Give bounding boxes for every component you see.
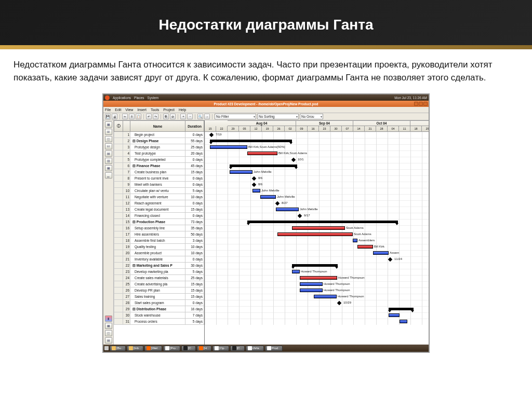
gantt-bar[interactable]: John Melville bbox=[260, 195, 276, 199]
table-row[interactable]: 31Process orders5 days bbox=[114, 319, 204, 325]
gantt-bar[interactable] bbox=[247, 221, 398, 223]
name-column[interactable]: Name bbox=[130, 120, 185, 132]
table-row[interactable]: 4Test prototype20 days bbox=[114, 150, 204, 157]
cut-icon[interactable]: ✂ bbox=[122, 114, 128, 119]
table-row[interactable]: 29⊟ Distribution Phase16 days bbox=[114, 306, 204, 312]
table-row[interactable]: 13Create legal document15 days bbox=[114, 207, 204, 213]
table-row[interactable]: 1Begin project0 days bbox=[114, 132, 204, 138]
taskbar-button[interactable]: [Wel... bbox=[144, 346, 162, 351]
bottom-view-icon[interactable]: ▤ bbox=[105, 337, 112, 344]
gantt-bar[interactable] bbox=[230, 164, 297, 167]
taskbar-button[interactable]: Prod... bbox=[265, 346, 283, 351]
gantt-bar[interactable]: John Melville bbox=[230, 170, 252, 174]
gantt-bar[interactable]: Assemblers bbox=[353, 239, 357, 242]
system-menu[interactable]: System bbox=[148, 96, 159, 100]
table-row[interactable]: 7Create business plan15 days bbox=[114, 169, 204, 175]
wbs-view-icon[interactable]: ⊟ bbox=[105, 143, 112, 149]
menu-file[interactable]: File bbox=[105, 108, 111, 112]
show-desktop-icon[interactable] bbox=[104, 346, 109, 350]
zoom-in-icon[interactable]: ＋ bbox=[180, 114, 186, 119]
redo-icon[interactable]: ↷ bbox=[153, 114, 158, 119]
taskbar-button[interactable]: [C... bbox=[230, 346, 245, 351]
menu-view[interactable]: View bbox=[125, 108, 133, 112]
gantt-bar[interactable] bbox=[400, 320, 407, 323]
network-view-icon[interactable]: ⊞ bbox=[105, 129, 112, 135]
gantt-bar[interactable]: Howard Thompson bbox=[300, 282, 323, 286]
milestone-icon[interactable] bbox=[209, 133, 214, 137]
gantt-bar[interactable] bbox=[389, 313, 400, 317]
table-row[interactable]: 10Circulate plan w/ ventu5 days bbox=[114, 188, 204, 194]
report-view-icon[interactable]: ▤ bbox=[105, 150, 112, 157]
table-row[interactable]: 22⊟ Marketing and Sales P30 days bbox=[114, 263, 204, 269]
table-row[interactable]: 26Develop PR plan15 days bbox=[114, 287, 204, 294]
gantt-chart[interactable]: Aug 04Sep 04Oct 04Nov 041522290512192602… bbox=[205, 120, 429, 345]
milestone-icon[interactable] bbox=[252, 176, 256, 181]
gantt-bar[interactable]: Scott Adams bbox=[277, 232, 353, 236]
window-titlebar[interactable]: Product #23 Development - /home/ob/OpenP… bbox=[103, 101, 429, 107]
milestone-icon[interactable] bbox=[337, 301, 341, 305]
table-row[interactable]: 28Start sales program0 days bbox=[114, 300, 204, 306]
filter-combo[interactable]: No Filter bbox=[215, 114, 256, 119]
find-icon[interactable]: 🔍 bbox=[197, 114, 203, 119]
table-row[interactable]: 27Sales training15 days bbox=[114, 294, 204, 300]
duration-column[interactable]: Duration bbox=[185, 120, 204, 132]
gantt-bar[interactable] bbox=[389, 308, 414, 310]
gantt-bar[interactable]: Bill Kirk;Scott Adams bbox=[247, 152, 277, 155]
table-row[interactable]: 3Prototype design25 days bbox=[114, 144, 204, 150]
menu-help[interactable]: Help bbox=[179, 108, 186, 112]
table-row[interactable]: 21Inventory available0 days bbox=[114, 256, 204, 263]
table-row[interactable]: 18Assemble first batch3 days bbox=[114, 238, 204, 244]
calendar-view-icon[interactable]: ▦ bbox=[105, 165, 112, 171]
table-view-icon[interactable]: ▦ bbox=[105, 323, 112, 329]
histogram-view-icon[interactable]: ▁ bbox=[105, 172, 112, 179]
apps-menu[interactable]: Applications bbox=[113, 96, 131, 100]
undo-icon[interactable]: ↶ bbox=[146, 114, 152, 119]
menu-edit[interactable]: Edit bbox=[115, 108, 121, 112]
zoom-out-icon[interactable]: － bbox=[187, 114, 193, 119]
taskbar-button[interactable]: [C... bbox=[181, 346, 196, 351]
gantt-bar[interactable]: John Melville bbox=[252, 189, 260, 193]
table-row[interactable]: 14Financing closed0 days bbox=[114, 213, 204, 219]
gantt-bar[interactable]: Howard Thompson bbox=[300, 289, 323, 292]
milestone-icon[interactable] bbox=[388, 257, 392, 262]
gantt-bar[interactable] bbox=[292, 264, 338, 267]
gnome-panel[interactable]: Applications Places System Mon Jul 23, 1… bbox=[103, 94, 429, 101]
gantt-bar[interactable]: Howard Thompson bbox=[292, 270, 300, 273]
row-column[interactable] bbox=[123, 120, 130, 132]
print-icon[interactable]: 🖨 bbox=[112, 114, 117, 119]
gantt-bar[interactable]: Scott Adams bbox=[292, 226, 345, 230]
link-icon[interactable]: ⛓ bbox=[163, 114, 169, 119]
gantt-bar[interactable]: Bill Kirk bbox=[357, 245, 373, 249]
detail-view-icon[interactable]: ◫ bbox=[105, 330, 112, 336]
gantt-bar[interactable]: Bill Kirk;Scott Adams[50%] bbox=[210, 145, 247, 149]
table-row[interactable]: 16Setup assembly line35 days bbox=[114, 225, 204, 231]
resource-view-icon[interactable]: ◫ bbox=[105, 136, 112, 142]
copy-icon[interactable]: ⎘ bbox=[129, 114, 135, 119]
taskbar-button[interactable]: chrla... bbox=[246, 346, 264, 351]
table-row[interactable]: 19Quality testing10 days bbox=[114, 244, 204, 250]
maximize-button[interactable] bbox=[419, 102, 423, 106]
places-menu[interactable]: Places bbox=[134, 96, 144, 100]
minimize-button[interactable] bbox=[414, 102, 418, 106]
gantt-bar[interactable]: John Melville bbox=[276, 208, 299, 211]
table-row[interactable]: 9Meet with bankers0 days bbox=[114, 182, 204, 188]
usage-view-icon[interactable]: ▥ bbox=[105, 158, 112, 164]
gantt-view-icon[interactable]: ▦ bbox=[105, 121, 112, 128]
milestone-icon[interactable] bbox=[252, 183, 256, 187]
taskbar-button[interactable]: [Bu... bbox=[110, 346, 126, 351]
milestone-icon[interactable] bbox=[298, 214, 302, 218]
table-row[interactable]: 12Reach agreement0 days bbox=[114, 200, 204, 207]
table-row[interactable]: 24Create sales materials25 days bbox=[114, 275, 204, 281]
save-icon[interactable]: 💾 bbox=[105, 114, 111, 119]
close-button[interactable] bbox=[423, 102, 428, 106]
paste-icon[interactable]: 📋 bbox=[136, 114, 141, 119]
taskbar-button[interactable]: [H... bbox=[197, 346, 211, 351]
menu-project[interactable]: Project bbox=[163, 108, 175, 112]
table-row[interactable]: 2⊟ Design Phase55 days bbox=[114, 138, 204, 144]
table-row[interactable]: 15⊟ Production Phase73 days bbox=[114, 219, 204, 225]
table-row[interactable]: 17Hire assemblers50 days bbox=[114, 231, 204, 238]
milestone-icon[interactable] bbox=[291, 158, 296, 162]
table-row[interactable]: 20Assemble product10 days bbox=[114, 250, 204, 256]
gantt-bar[interactable]: Assem bbox=[373, 251, 389, 255]
gantt-bar[interactable]: Howard Thompson bbox=[314, 295, 337, 298]
